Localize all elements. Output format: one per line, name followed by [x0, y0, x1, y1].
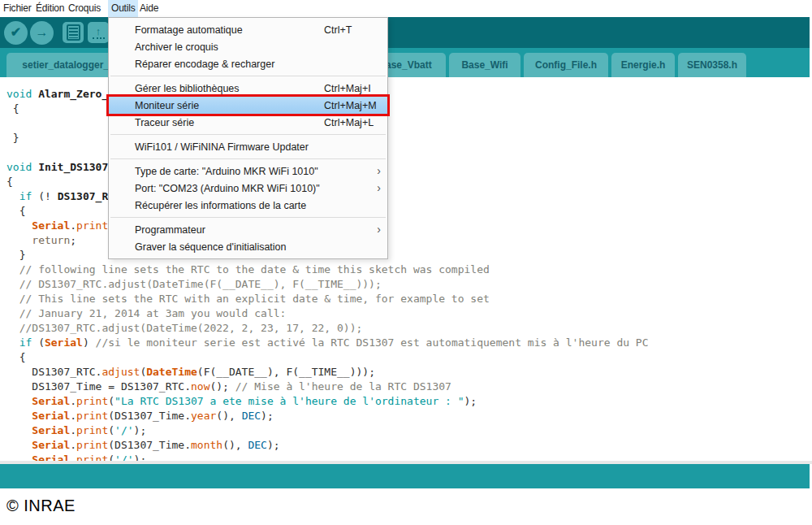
- new-sketch-icon[interactable]: [63, 22, 84, 43]
- submenu-arrow-icon: ›: [377, 163, 381, 180]
- open-sketch-icon-glyph: ↑: [96, 26, 102, 37]
- code-token: ();: [209, 380, 235, 393]
- menubar-item-fichier[interactable]: Fichier: [0, 0, 35, 17]
- menubar-item-croquis[interactable]: Croquis: [65, 0, 104, 17]
- code-line: Serial.print(DS1307_Time.year(), DEC);: [6, 409, 812, 423]
- code-token: [6, 395, 32, 407]
- menu-item-gerer-les-bibliotheques[interactable]: Gérer les bibliothèquesCtrl+Maj+I: [109, 80, 387, 97]
- code-token: [6, 234, 32, 246]
- code-token: now: [191, 380, 209, 393]
- code-line: // DS1307_RTC.adjust(DateTime(F(__DATE__…: [6, 277, 812, 292]
- code-token: print: [76, 410, 108, 422]
- menu-item-wifi101-wifinina-firmware-updater[interactable]: WiFi101 / WiFiNINA Firmware Updater: [109, 138, 387, 155]
- code-line: // January 21, 2014 at 3am you would cal…: [6, 306, 812, 321]
- code-line: if (Serial) //si le moniteur serie est a…: [6, 336, 812, 350]
- code-token: [6, 219, 32, 232]
- code-token: Serial: [32, 439, 70, 451]
- code-token: print: [76, 453, 108, 461]
- menu-item-traceur-serie[interactable]: Traceur sérieCtrl+Maj+L: [109, 114, 387, 131]
- code-token: (: [108, 424, 114, 436]
- upload-icon[interactable]: →: [30, 21, 54, 45]
- footer: © INRAE: [0, 488, 812, 525]
- code-token: DS1307_RTC.: [6, 366, 102, 378]
- code-token: [6, 190, 19, 202]
- menu-item-type-de-carte-arduino-mkr-wifi-1010[interactable]: Type de carte: "Arduino MKR WiFi 1010"›: [109, 163, 387, 180]
- code-token: {: [6, 351, 25, 363]
- menu-separator: [110, 217, 386, 218]
- code-token: {: [6, 205, 25, 217]
- menu-item-label: Moniteur série: [135, 100, 199, 111]
- tab-base-wifi[interactable]: Base_Wifi: [449, 53, 520, 77]
- menubar: FichierÉditionCroquisOutilsAide: [0, 0, 812, 17]
- code-token: (DS1307_Time.: [108, 439, 191, 451]
- menu-item-archiver-le-croquis[interactable]: Archiver le croquis: [109, 38, 387, 55]
- code-token: .: [70, 439, 76, 451]
- dotted-line: [93, 37, 105, 39]
- code-token: [6, 336, 19, 349]
- code-token: [6, 439, 32, 451]
- code-line: Serial.print("La RTC DS1307 a ete mise à…: [6, 394, 812, 409]
- code-line: //DS1307_RTC.adjust(DateTime(2022, 2, 23…: [6, 321, 812, 336]
- menu-item-shortcut: Ctrl+Maj+I: [324, 83, 371, 94]
- code-token: .: [70, 453, 76, 461]
- code-token: .: [70, 395, 76, 407]
- code-token: '/': [114, 453, 133, 461]
- tab-energie-h[interactable]: Energie.h: [611, 53, 675, 77]
- code-token: // Mise à l'heure de la RTC DS1307: [235, 380, 451, 393]
- verify-icon[interactable]: ✔: [4, 21, 28, 45]
- code-token: //si le moniteur serie est activé la RTC…: [96, 336, 649, 349]
- menu-item-shortcut: Ctrl+T: [324, 24, 352, 36]
- tab-config-file-h[interactable]: Config_File.h: [524, 53, 608, 77]
- code-token: );: [134, 424, 147, 436]
- open-sketch-icon[interactable]: ↑: [88, 22, 109, 43]
- tab-sen0358-h[interactable]: SEN0358.h: [678, 53, 746, 77]
- code-token: (DS1307_Time.: [108, 410, 191, 422]
- code-line: Serial.print(DS1307_Time.month(), DEC);: [6, 438, 812, 453]
- status-bar: [0, 464, 810, 488]
- code-token: DEC: [242, 410, 261, 422]
- menu-item-graver-la-sequence-d-initialisation[interactable]: Graver la séquence d'initialisation: [109, 238, 387, 255]
- code-token: Serial: [32, 424, 70, 436]
- code-token: print: [76, 395, 108, 407]
- code-line: {: [6, 350, 812, 365]
- menu-item-label: Gérer les bibliothèques: [135, 83, 240, 94]
- code-token: (!: [32, 190, 57, 202]
- code-token: '/': [114, 424, 133, 436]
- tools-menu: Formatage automatiqueCtrl+TArchiver le c…: [108, 17, 388, 259]
- menu-item-formatage-automatique[interactable]: Formatage automatiqueCtrl+T: [109, 21, 387, 38]
- menu-item-shortcut: Ctrl+Maj+L: [324, 117, 374, 128]
- code-token: //DS1307_RTC.adjust(DateTime(2022, 2, 23…: [6, 322, 362, 334]
- code-token: DS1307_Time = DS1307_RTC.: [6, 380, 191, 393]
- code-token: void: [6, 88, 32, 100]
- code-token: ): [83, 336, 96, 349]
- code-token: if: [19, 336, 32, 349]
- code-token: month: [191, 439, 222, 451]
- code-token: .: [70, 219, 76, 232]
- menu-item-label: Archiver le croquis: [135, 41, 218, 53]
- menu-item-port-com23-arduino-mkr-wifi-1010[interactable]: Port: "COM23 (Arduino MKR WiFi 1010)"›: [109, 180, 387, 197]
- menu-item-moniteur-serie[interactable]: Moniteur sérieCtrl+Maj+M: [109, 97, 387, 114]
- menu-item-label: Programmateur: [135, 224, 205, 236]
- code-token: );: [464, 395, 477, 407]
- code-line: // following line sets the RTC to the da…: [6, 262, 812, 277]
- credit-text: © INRAE: [6, 497, 76, 515]
- menu-separator: [110, 76, 386, 76]
- menu-item-programmateur[interactable]: Programmateur›: [109, 221, 387, 238]
- menubar-item-outils[interactable]: Outils: [108, 0, 138, 17]
- menu-item-recuperer-les-informations-de-la-carte[interactable]: Récupérer les informations de la carte: [109, 197, 387, 214]
- code-token: DateTime: [146, 366, 197, 378]
- menu-item-reparer-encodage-recharger[interactable]: Réparer encodage & recharger: [109, 55, 387, 72]
- code-line: DS1307_RTC.adjust(DateTime(F(__DATE__), …: [6, 365, 812, 380]
- code-token: if: [19, 190, 32, 202]
- menubar-item-edition[interactable]: Édition: [32, 0, 67, 17]
- code-token: (),: [216, 410, 241, 422]
- menu-item-label: WiFi101 / WiFiNINA Firmware Updater: [135, 141, 309, 153]
- code-token: ;: [70, 234, 76, 246]
- menubar-item-aide[interactable]: Aide: [136, 0, 162, 17]
- code-token: Serial: [32, 410, 70, 422]
- code-token: return: [32, 234, 70, 246]
- submenu-arrow-icon: ›: [377, 180, 381, 197]
- code-line: DS1307_Time = DS1307_RTC.now(); // Mise …: [6, 380, 812, 394]
- code-line: Serial.print('/');: [6, 423, 812, 438]
- code-token: }: [6, 249, 25, 261]
